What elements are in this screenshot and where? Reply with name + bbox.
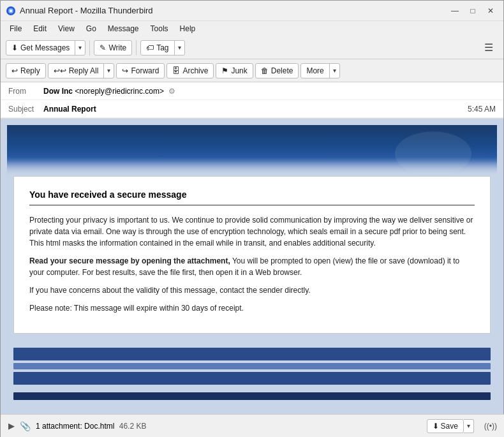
bottom-stripe-4 (13, 392, 491, 400)
more-dropdown[interactable]: ▾ (329, 64, 339, 78)
email-time: 5:45 AM (468, 105, 496, 114)
from-name: Dow Inc (43, 87, 73, 96)
from-label: From (8, 87, 43, 96)
bottom-dividers (13, 340, 491, 400)
window-title: Annual Report - Mozilla Thunderbird (20, 6, 153, 15)
tag-split[interactable]: 🏷 Tag ▾ (140, 40, 184, 56)
menu-help[interactable]: Help (175, 23, 201, 34)
get-messages-label: Get Messages (20, 43, 70, 52)
save-group[interactable]: ⬇ Save ▾ (427, 419, 473, 433)
spacer-1 (13, 340, 491, 345)
archive-icon: 🗄 (172, 66, 180, 75)
reply-all-split[interactable]: ↩↩ Reply All ▾ (48, 63, 115, 78)
bottom-stripe-3 (13, 372, 491, 385)
spacer-2 (13, 387, 491, 390)
subject-value: Annual Report (43, 105, 468, 114)
reply-all-button[interactable]: ↩↩ Reply All (48, 64, 104, 78)
email-body-container: You have received a secure message Prote… (1, 119, 503, 415)
reply-all-dropdown[interactable]: ▾ (103, 64, 114, 78)
delete-button[interactable]: 🗑 Delete (255, 63, 299, 78)
menu-go[interactable]: Go (81, 23, 101, 34)
bottom-stripe-2 (13, 363, 491, 369)
from-row: From Dow Inc <noreply@riedicrinc.com> ⚙ (1, 82, 503, 100)
email-paragraph-4: Please note: This message will expire wi… (29, 302, 475, 314)
menu-view[interactable]: View (53, 23, 80, 34)
attachment-icon: 📎 (20, 421, 31, 431)
from-email: <noreply@riedicrinc.com> (75, 87, 164, 96)
email-bottom-section (7, 334, 497, 406)
from-value: Dow Inc <noreply@riedicrinc.com> ⚙ (43, 87, 496, 96)
svg-point-2 (10, 10, 12, 12)
junk-icon: ⚑ (221, 66, 228, 75)
email-header: From Dow Inc <noreply@riedicrinc.com> ⚙ … (1, 82, 503, 119)
more-button[interactable]: More (301, 64, 329, 78)
reply-button[interactable]: ↩ Reply (6, 63, 46, 78)
toolbar-divider-1 (89, 40, 90, 56)
reply-icon: ↩ (11, 66, 18, 75)
close-button[interactable]: ✕ (483, 4, 498, 17)
forward-button[interactable]: ↪ Forward (116, 63, 165, 78)
minimize-button[interactable]: — (447, 4, 463, 17)
reply-all-icon: ↩↩ (54, 66, 66, 75)
menu-tools[interactable]: Tools (145, 23, 174, 34)
hamburger-menu[interactable]: ☰ (479, 39, 498, 56)
email-paragraph-2: Read your secure message by opening the … (29, 255, 475, 278)
write-button[interactable]: ✎ Write (94, 40, 132, 56)
email-content-box: You have received a secure message Prote… (13, 176, 491, 334)
menu-message[interactable]: Message (103, 23, 144, 34)
menu-edit[interactable]: Edit (28, 23, 52, 34)
attachment-info: 1 attachment: Doc.html 46.2 KB (36, 422, 422, 431)
forward-icon: ↪ (122, 66, 128, 75)
email-paragraph-3: If you have concerns about the validity … (29, 285, 475, 296)
subject-label: Subject (8, 105, 43, 114)
phishing-icon: ⚙ (168, 87, 175, 96)
tag-button[interactable]: 🏷 Tag (141, 41, 174, 55)
menu-file[interactable]: File (4, 23, 27, 34)
get-messages-icon: ⬇ (11, 43, 18, 52)
bottom-stripe-1 (13, 348, 491, 360)
title-bar: Annual Report - Mozilla Thunderbird — □ … (1, 1, 503, 21)
email-paragraph-2-bold: Read your secure message by opening the … (29, 256, 230, 265)
maximize-button[interactable]: □ (465, 4, 480, 17)
save-button[interactable]: ⬇ Save (427, 419, 463, 433)
app-icon (6, 6, 16, 16)
get-messages-split[interactable]: ⬇ Get Messages ▾ (6, 40, 85, 56)
write-icon: ✎ (100, 43, 106, 52)
email-paragraph-1: Protecting your privacy is important to … (29, 214, 475, 249)
tag-dropdown[interactable]: ▾ (174, 41, 184, 55)
subject-row: Subject Annual Report 5:45 AM (1, 100, 503, 118)
get-messages-button[interactable]: ⬇ Get Messages (6, 41, 75, 55)
attachment-size: 46.2 KB (119, 422, 147, 431)
junk-button[interactable]: ⚑ Junk (216, 63, 253, 78)
save-dropdown[interactable]: ▾ (464, 419, 474, 433)
delete-icon: 🗑 (261, 66, 269, 75)
action-bar: ↩ Reply ↩↩ Reply All ▾ ↪ Forward 🗄 Archi… (1, 59, 503, 82)
toolbar-divider-2 (136, 40, 137, 56)
main-toolbar: ⬇ Get Messages ▾ ✎ Write 🏷 Tag ▾ ☰ (1, 36, 503, 59)
menu-bar: File Edit View Go Message Tools Help (1, 21, 503, 36)
archive-button[interactable]: 🗄 Archive (167, 63, 214, 78)
save-icon: ⬇ (433, 422, 439, 431)
email-top-banner (7, 125, 497, 176)
subject-text: Annual Report (43, 105, 96, 114)
get-messages-dropdown[interactable]: ▾ (75, 41, 85, 55)
more-split[interactable]: More ▾ (300, 63, 339, 78)
email-body-wrapper: You have received a secure message Prote… (1, 119, 503, 413)
collapse-icon[interactable]: ▶ (8, 421, 15, 431)
email-secure-title: You have received a secure message (29, 189, 475, 205)
wifi-icon: ((•)) (484, 422, 497, 431)
tag-icon: 🏷 (146, 43, 154, 52)
attachment-bar: ▶ 📎 1 attachment: Doc.html 46.2 KB ⬇ Sav… (1, 414, 504, 437)
